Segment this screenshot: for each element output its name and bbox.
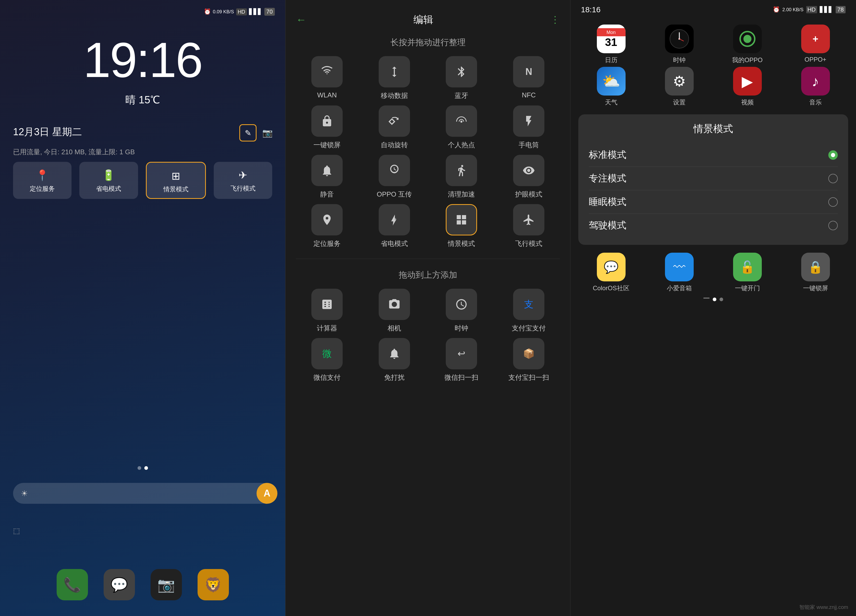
eye-care-label: 护眼模式 [515,190,542,199]
scene-mode-icon: ⊞ [171,170,180,182]
scene-standard-radio[interactable] [828,150,838,160]
tile-hotspot[interactable]: 个人热点 [431,105,493,149]
camera-icon: 📷 [262,128,273,138]
tile-airplane[interactable]: ✈ 飞行模式 [214,162,272,199]
tile-power-save-label: 省电模式 [96,185,121,193]
calendar-icon: Mon 31 [597,25,625,53]
tile-power2[interactable]: 省电模式 [363,204,425,248]
camera-button[interactable]: 📷 [259,124,276,142]
scene-focus-label: 专注模式 [589,172,828,185]
rotate-label: 自动旋转 [381,140,408,149]
back-button[interactable]: ← [296,14,306,26]
dock-browser[interactable]: 🦁 [197,569,229,601]
tile-scene-mode[interactable]: ⊞ 情景模式 [146,162,206,199]
weather-display: 晴 15℃ [0,92,285,107]
network-speed: 0.09 KB/S [213,9,234,15]
wlan-label: WLAN [317,91,337,99]
p3-status-bar: 18:16 ⏰ 2.00 KB/S HD ▋▋▋ 78 [571,0,856,19]
scene2-label: 情景模式 [448,239,475,248]
signal-icon: ▋▋▋ [249,8,262,15]
clock-label2: 时钟 [673,56,685,64]
tile-power-save[interactable]: 🔋 省电模式 [79,162,138,199]
my-oppo-icon [733,25,762,53]
scene-sleep-radio[interactable] [828,197,838,207]
app-settings[interactable]: ⚙ 设置 [647,67,712,106]
tile-camera[interactable]: 相机 [363,289,425,333]
calendar-label: 日历 [605,56,617,64]
power-save-icon: 🔋 [102,169,115,182]
tile-eye-care[interactable]: 护眼模式 [498,155,560,199]
section2-title: 拖动到上方添加 [285,264,570,289]
app-weather[interactable]: ⛅ 天气 [578,67,644,106]
scene-standard[interactable]: 标准模式 [589,143,838,167]
wechat-scan-label: 微信扫一扫 [445,373,478,382]
calculator-label: 计算器 [317,323,337,333]
p3-network-speed: 2.00 KB/S [782,7,804,12]
tile-alipay-scan[interactable]: 📦 支付宝扫一扫 [498,338,560,382]
tile-bluetooth[interactable]: 蓝牙 [431,56,493,100]
search-bar[interactable]: ☀ [13,483,272,504]
tile-clock[interactable]: 时钟 [431,289,493,333]
app-coloros[interactable]: 💬 ColorOS社区 [578,253,644,293]
app-my-oppo[interactable]: 我的OPPO [714,25,780,64]
app-music[interactable]: ♪ 音乐 [783,67,848,106]
my-oppo-label: 我的OPPO [732,56,762,64]
scene-drive[interactable]: 驾驶模式 [589,214,838,237]
app-clock[interactable]: 时钟 [647,25,712,64]
scene-mode-panel: 18:16 ⏰ 2.00 KB/S HD ▋▋▋ 78 Mon 31 日历 [571,0,856,616]
edit-quicksettings-panel: ← 编辑 ⋮ 长按并拖动进行整理 WLAN 移动数据 蓝牙 N NFC [285,0,571,616]
tile-calculator[interactable]: 计算器 [296,289,358,333]
tile-location[interactable]: 📍 定位服务 [13,162,71,199]
p3-alarm-icon: ⏰ [773,6,780,13]
tile-flashlight[interactable]: 手电筒 [498,105,560,149]
app-one-key-door[interactable]: 🔓 一键开门 [714,253,780,293]
more-button[interactable]: ⋮ [550,14,560,25]
app-calendar[interactable]: Mon 31 日历 [578,25,644,64]
settings-label: 设置 [673,98,685,106]
nfc-icon: N [513,56,544,88]
user-avatar[interactable]: A [257,483,277,504]
tile-location-label: 定位服务 [30,185,55,193]
page-indicator [0,466,285,470]
p3-signal-icon: ▋▋▋ [820,6,833,13]
svg-point-5 [743,35,751,43]
tile-silent[interactable]: 静音 [296,155,358,199]
tile-dnd[interactable]: 免打扰 [363,338,425,382]
lock-label: 一键锁屏 [313,140,340,149]
tile-oppo-share[interactable]: OPPO 互传 [363,155,425,199]
date-display: 12月3日 星期二 [13,125,82,139]
p3-status-icons: ⏰ 2.00 KB/S HD ▋▋▋ 78 [773,6,845,13]
dock-phone[interactable]: 📞 [57,569,88,601]
app-xiaoai[interactable]: 〰 小爱音箱 [647,253,712,293]
tile-alipay[interactable]: 支 支付宝支付 [498,289,560,333]
scene-sleep[interactable]: 睡眠模式 [589,190,838,214]
dock-camera[interactable]: 📷 [151,569,182,601]
page-dot-1 [703,297,710,299]
tile-nfc[interactable]: N NFC [498,56,560,100]
weather-label: 天气 [605,98,617,106]
tile-wlan[interactable]: WLAN [296,56,358,100]
watermark: 智能家 www.znjj.com [799,604,848,611]
dock-messages[interactable]: 💬 [104,569,135,601]
app-one-key-lock[interactable]: 🔒 一键锁屏 [783,253,848,293]
p3-page-dots [571,295,856,304]
app-oppoplus[interactable]: + OPPO+ [783,25,848,64]
tile-wechat-scan[interactable]: ↩ 微信扫一扫 [431,338,493,382]
scene2-icon [446,204,477,236]
scene-focus[interactable]: 专注模式 [589,167,838,190]
tile-clean[interactable]: 清理加速 [431,155,493,199]
tile-auto-rotate[interactable]: 自动旋转 [363,105,425,149]
edit-button[interactable]: ✎ [239,124,257,142]
tile-wechat-pay[interactable]: 微 微信支付 [296,338,358,382]
tile-scene2[interactable]: 情景模式 [431,204,493,248]
tile-mobile-data[interactable]: 移动数据 [363,56,425,100]
tile-airplane2[interactable]: 飞行模式 [498,204,560,248]
battery-icon: 70 [264,8,275,15]
app-video[interactable]: ▶ 视频 [714,67,780,106]
tile-location2[interactable]: 定位服务 [296,204,358,248]
scene-drive-radio[interactable] [828,221,838,230]
oppoplus-label: OPPO+ [805,56,826,63]
scene-focus-radio[interactable] [828,174,838,183]
tile-one-key-lock[interactable]: 一键锁屏 [296,105,358,149]
quick-tiles-row: 📍 定位服务 🔋 省电模式 ⊞ 情景模式 ✈ 飞行模式 [13,162,272,199]
